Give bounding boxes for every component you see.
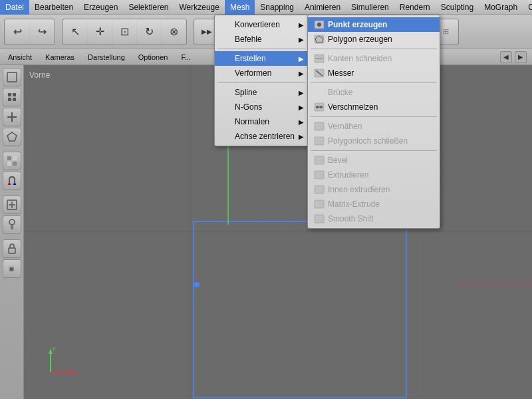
svg-rect-80: [315, 200, 324, 208]
sidebar-snap-btn[interactable]: ▣: [3, 259, 21, 278]
rotate-tool-button[interactable]: ↻: [137, 20, 161, 44]
sidebar-lock-btn[interactable]: [3, 239, 21, 258]
mesh-achse[interactable]: Achse zentrieren ▶: [215, 129, 308, 144]
svg-rect-78: [315, 171, 324, 179]
erstellen-polygon[interactable]: Polygon erzeugen: [308, 32, 440, 47]
erstellen-innen: Innen extrudieren: [308, 182, 440, 197]
mesh-befehle[interactable]: Befehle ▶: [215, 32, 308, 47]
menu-mograph[interactable]: MoGraph: [479, 0, 523, 15]
verformen-icon: [220, 68, 232, 78]
erstellen-sep1: [311, 49, 437, 49]
viewport-optionen[interactable]: Optionen: [136, 52, 171, 63]
nav-left-arrow[interactable]: ◀: [500, 51, 512, 63]
sidebar-paint-btn[interactable]: [3, 215, 21, 234]
erstellen-icon: [220, 53, 232, 64]
erstellen-verschmelzen[interactable]: Verschmelzen: [308, 100, 440, 114]
svg-rect-77: [315, 156, 324, 164]
erstellen-matrix: Matrix-Extrude: [308, 197, 440, 211]
erstellen-kanten: Kanten schneiden: [308, 51, 440, 66]
mesh-sep1: [217, 49, 305, 49]
erstellen-sep4: [311, 150, 437, 151]
svg-rect-16: [13, 156, 17, 160]
svg-rect-81: [315, 215, 324, 223]
menu-charakter[interactable]: Charak...: [523, 0, 532, 15]
select-tool-button[interactable]: ↖: [63, 20, 87, 44]
viewport-nav-arrows: ◀ ▶: [500, 51, 527, 63]
svg-rect-52: [194, 221, 406, 398]
mesh-dropdown: Konvertieren ▶ Befehle ▶ Erstellen ▶ Ver…: [214, 15, 309, 146]
svg-marker-14: [7, 132, 17, 141]
svg-point-24: [9, 219, 15, 225]
erstellen-bruecke: Brücke: [308, 85, 440, 100]
erstellen-sep2: [311, 82, 437, 83]
menu-werkzeuge[interactable]: Werkzeuge: [174, 0, 224, 15]
svg-rect-65: [315, 35, 324, 43]
menu-simulieren[interactable]: Simulieren: [346, 0, 394, 15]
svg-point-53: [194, 282, 200, 287]
menu-erzeugen[interactable]: Erzeugen: [78, 0, 123, 15]
svg-rect-15: [7, 156, 11, 160]
undo-button[interactable]: ↩: [5, 20, 29, 44]
sidebar-edges-mode[interactable]: [3, 108, 21, 126]
menu-bearbeiten[interactable]: Bearbeiten: [29, 0, 78, 15]
viewport-f[interactable]: F...: [178, 52, 194, 63]
transform-tool-button[interactable]: ⊗: [162, 20, 186, 44]
kanten-icon: [313, 53, 325, 64]
mesh-sep2: [217, 82, 305, 83]
menu-bar: Datei Bearbeiten Erzeugen Selektieren We…: [0, 0, 532, 15]
sidebar-polygons-mode[interactable]: [3, 128, 21, 146]
viewport-darstellung[interactable]: Darstellung: [85, 52, 128, 63]
svg-rect-76: [315, 137, 324, 145]
svg-rect-25: [11, 225, 13, 229]
svg-rect-79: [315, 186, 324, 194]
mesh-spline[interactable]: Spline ▶: [215, 85, 308, 100]
menu-snapping[interactable]: Snapping: [255, 0, 299, 15]
svg-point-64: [317, 23, 321, 27]
menu-selektieren[interactable]: Selektieren: [123, 0, 174, 15]
move-tool-button[interactable]: ✛: [88, 20, 112, 44]
erstellen-bevel: Bevel: [308, 153, 440, 168]
mesh-normalen[interactable]: Normalen ▶: [215, 114, 308, 129]
scale-tool-button[interactable]: ⊡: [112, 20, 136, 44]
sidebar-points-mode[interactable]: [3, 88, 21, 106]
sidebar-sep2: [3, 192, 21, 194]
mesh-ngons[interactable]: N-Gons ▶: [215, 100, 308, 114]
sidebar-move-btn[interactable]: [3, 196, 21, 214]
smooth-icon: [313, 213, 325, 224]
selection-group: ↖ ✛ ⊡ ↻ ⊗: [62, 19, 187, 45]
svg-rect-18: [13, 162, 17, 166]
svg-rect-75: [315, 122, 324, 130]
normalen-icon: [220, 116, 232, 127]
bevel-icon: [313, 155, 325, 166]
sidebar-object-mode[interactable]: [3, 68, 21, 86]
menu-mesh[interactable]: Mesh: [225, 0, 255, 15]
menu-sculpting[interactable]: Sculpting: [436, 0, 479, 15]
sidebar-sep3: [3, 235, 21, 238]
viewport-ansicht[interactable]: Ansicht: [5, 52, 35, 63]
svg-rect-11: [13, 98, 16, 101]
mesh-verformen[interactable]: Verformen ▶: [215, 66, 308, 80]
mesh-konvertieren[interactable]: Konvertieren ▶: [215, 17, 308, 32]
messer-icon: [313, 68, 325, 78]
konvertieren-icon: [220, 19, 232, 30]
menu-rendern[interactable]: Rendern: [394, 0, 436, 15]
erstellen-punkt[interactable]: Punkt erzeugen: [308, 17, 440, 32]
sidebar-texture-btn[interactable]: [3, 152, 21, 170]
sidebar-magnet-btn[interactable]: [3, 172, 21, 190]
nav-right-arrow[interactable]: ▶: [515, 51, 527, 63]
undo-redo-group: ↩ ↪: [4, 19, 55, 45]
erstellen-messer[interactable]: Messer: [308, 66, 440, 80]
erstellen-extrudieren: Extrudieren: [308, 168, 440, 182]
svg-rect-17: [7, 162, 11, 166]
spline-icon: [220, 87, 232, 98]
menu-datei[interactable]: Datei: [0, 0, 29, 15]
sep1: [57, 20, 61, 44]
menu-animieren[interactable]: Animieren: [299, 0, 346, 15]
erstellen-polygonloch: Polygonloch schließen: [308, 134, 440, 148]
mesh-erstellen[interactable]: Erstellen ▶: [215, 51, 308, 66]
viewport-kameras[interactable]: Kameras: [43, 52, 77, 63]
redo-button[interactable]: ↪: [30, 20, 54, 44]
verschmelzen-icon: [313, 102, 325, 112]
achse-icon: [220, 131, 232, 142]
extrudieren-icon: [313, 170, 325, 180]
